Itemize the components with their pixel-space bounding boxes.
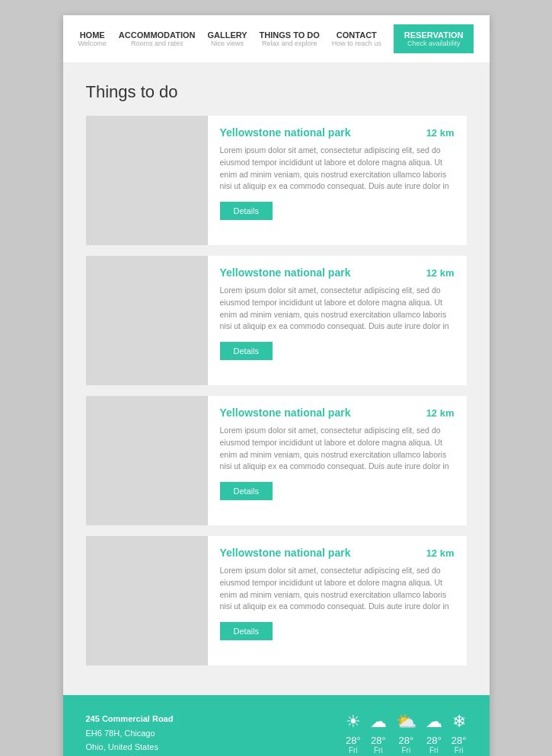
nav-contact[interactable]: CONTACT How to reach us (332, 30, 381, 47)
card-image (86, 396, 208, 525)
details-button[interactable]: Details (220, 202, 273, 220)
card-description: Lorem ipsum dolor sit amet, consectetur … (220, 425, 455, 473)
weather-day: ☁ 28° Fri (426, 712, 442, 754)
footer-address: 245 Commercial Road EH6 78H, Chicago Ohi… (86, 712, 323, 756)
weather-icon: ❄ (451, 712, 467, 732)
card-title-row: Yellowstone national park 12 km (220, 126, 455, 139)
weather-day-label: Fri (346, 746, 361, 754)
card-title-row: Yellowstone national park 12 km (220, 266, 455, 279)
weather-day: ☀ 28° Fri (346, 712, 361, 754)
weather-icon: ⛅ (396, 712, 416, 732)
card-image (86, 536, 208, 665)
card-distance: 12 km (426, 407, 455, 419)
details-button[interactable]: Details (220, 342, 273, 360)
card-image (86, 116, 208, 245)
card-distance: 12 km (426, 267, 455, 279)
weather-temp: 28° (346, 735, 361, 746)
card-title: Yellowstone national park (220, 547, 351, 559)
card-item: Yellowstone national park 12 km Lorem ip… (86, 396, 467, 525)
card-body: Yellowstone national park 12 km Lorem ip… (208, 256, 467, 385)
main-content: Things to do Yellowstone national park 1… (63, 63, 490, 695)
nav-gallery[interactable]: GALLERY Nice views (207, 30, 247, 47)
card-body: Yellowstone national park 12 km Lorem ip… (208, 396, 467, 525)
weather-day: ❄ 28° Fri (451, 712, 467, 754)
card-description: Lorem ipsum dolor sit amet, consectetur … (220, 145, 455, 193)
nav-accommodation[interactable]: ACCOMMODATION Rooms and rates (119, 30, 196, 47)
card-body: Yellowstone national park 12 km Lorem ip… (208, 536, 467, 665)
weather-temp: 28° (396, 735, 416, 746)
weather-day: ☁ 28° Fri (370, 712, 387, 754)
card-title: Yellowstone national park (220, 126, 351, 139)
card-image (86, 256, 208, 385)
page-wrapper: HOME Welcome ACCOMMODATION Rooms and rat… (63, 15, 490, 756)
card-title-row: Yellowstone national park 12 km (220, 547, 455, 559)
weather-grid: ☀ 28° Fri ☁ 28° Fri ⛅ 28° Fri ☁ 28° Fri … (346, 712, 467, 754)
weather-day-label: Fri (426, 746, 442, 754)
weather-day-label: Fri (451, 746, 467, 754)
nav-home[interactable]: HOME Welcome (78, 30, 107, 47)
card-item: Yellowstone national park 12 km Lorem ip… (86, 256, 467, 385)
weather-icon: ☁ (370, 712, 387, 732)
weather-day-label: Fri (370, 746, 387, 754)
card-description: Lorem ipsum dolor sit amet, consectetur … (220, 565, 455, 613)
footer-top: 245 Commercial Road EH6 78H, Chicago Ohi… (63, 695, 490, 756)
card-title-row: Yellowstone national park 12 km (220, 407, 455, 419)
weather-temp: 28° (426, 735, 442, 746)
weather-temp: 28° (370, 735, 387, 746)
nav-bar: HOME Welcome ACCOMMODATION Rooms and rat… (63, 15, 490, 63)
weather-icon: ☀ (346, 712, 361, 732)
weather-temp: 28° (451, 735, 467, 746)
weather-icon: ☁ (426, 712, 442, 732)
card-description: Lorem ipsum dolor sit amet, consectetur … (220, 285, 455, 333)
card-body: Yellowstone national park 12 km Lorem ip… (208, 116, 467, 245)
card-title: Yellowstone national park (220, 407, 351, 419)
details-button[interactable]: Details (220, 622, 273, 640)
reservation-button[interactable]: RESERVATION Check availability (394, 24, 474, 53)
page-title: Things to do (86, 82, 467, 102)
card-distance: 12 km (426, 547, 455, 559)
card-item: Yellowstone national park 12 km Lorem ip… (86, 116, 467, 245)
weather-day: ⛅ 28° Fri (396, 712, 416, 754)
details-button[interactable]: Details (220, 482, 273, 500)
card-item: Yellowstone national park 12 km Lorem ip… (86, 536, 467, 665)
weather-day-label: Fri (396, 746, 416, 754)
card-title: Yellowstone national park (220, 266, 351, 279)
cards-list: Yellowstone national park 12 km Lorem ip… (86, 116, 467, 665)
nav-things-to-do[interactable]: THINGS TO DO Relax and explore (260, 30, 320, 47)
card-distance: 12 km (426, 127, 455, 139)
